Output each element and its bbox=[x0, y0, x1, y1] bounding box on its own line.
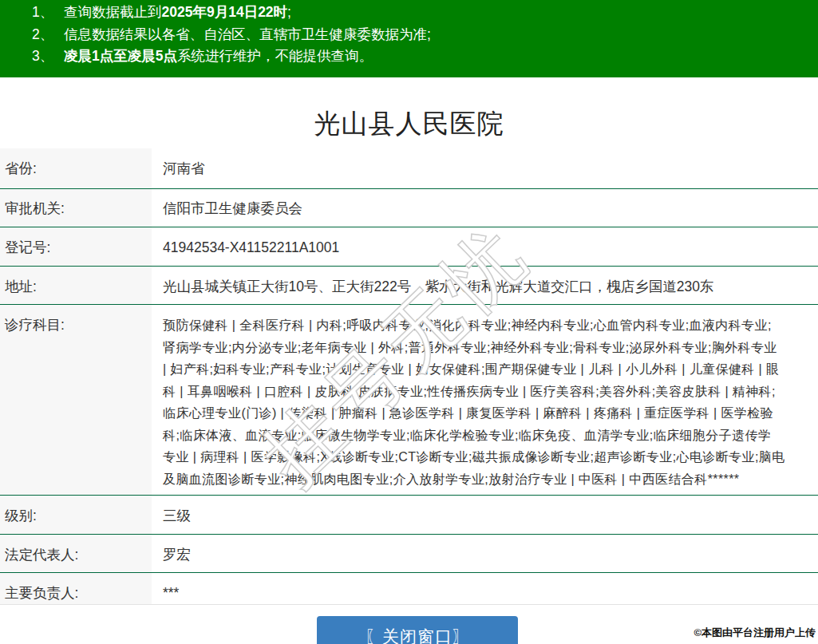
notice-line-2: 2、信息数据结果以各省、自治区、直辖市卫生健康委数据为准; bbox=[0, 24, 818, 46]
row-label-address: 地址: bbox=[0, 267, 152, 304]
notice-line-3: 3、凌晨1点至凌晨5点系统进行维护，不能提供查询。 bbox=[0, 45, 818, 68]
notice-banner: 1、查询数据截止到2025年9月14日22时; 2、信息数据结果以各省、自治区、… bbox=[0, 0, 818, 77]
table-row-approval-authority: 审批机关: 信阳市卫生健康委员会 bbox=[0, 189, 818, 227]
row-label-province: 省份: bbox=[0, 148, 152, 188]
notice-line-2-number: 2、 bbox=[32, 24, 53, 46]
table-row-legal-representative: 法定代表人: 罗宏 bbox=[0, 535, 818, 573]
table-row-person-in-charge: 主要负责人: *** bbox=[0, 573, 818, 605]
row-value-province: 河南省 bbox=[152, 148, 818, 188]
row-label-person-in-charge: 主要负责人: bbox=[0, 573, 152, 604]
row-label-registration-number: 登记号: bbox=[0, 227, 152, 266]
table-row-registration-number: 登记号: 41942534-X41152211A1001 bbox=[0, 227, 818, 267]
row-value-approval-authority: 信阳市卫生健康委员会 bbox=[152, 189, 818, 227]
notice-line-1: 1、查询数据截止到2025年9月14日22时; bbox=[0, 2, 818, 24]
notice-line-3-number: 3、 bbox=[32, 45, 53, 68]
row-label-departments: 诊疗科目: bbox=[0, 305, 152, 495]
close-window-button[interactable]: 〖关闭窗口〗 bbox=[317, 616, 518, 644]
table-row-level: 级别: 三级 bbox=[0, 496, 818, 535]
row-value-level: 三级 bbox=[152, 496, 818, 534]
hospital-info-table: 省份: 河南省 审批机关: 信阳市卫生健康委员会 登记号: 41942534-X… bbox=[0, 148, 818, 605]
notice-line-1-number: 1、 bbox=[32, 2, 53, 24]
row-value-person-in-charge: *** bbox=[152, 573, 818, 604]
table-row-address: 地址: 光山县城关镇正大街10号、正大街222号，紫水大街和光辉大道交汇口，槐店… bbox=[0, 267, 818, 305]
row-value-departments: 预防保健科 | 全科医疗科 | 内科;呼吸内科专业;消化内科专业;神经内科专业;… bbox=[152, 305, 818, 495]
row-label-legal-representative: 法定代表人: bbox=[0, 535, 152, 572]
copyright-note: ©本图由平台注册用户上传 bbox=[694, 626, 816, 640]
row-label-approval-authority: 审批机关: bbox=[0, 189, 152, 227]
table-row-province: 省份: 河南省 bbox=[0, 148, 818, 189]
row-value-address: 光山县城关镇正大街10号、正大街222号，紫水大街和光辉大道交汇口，槐店乡国道2… bbox=[152, 267, 818, 304]
table-row-departments: 诊疗科目: 预防保健科 | 全科医疗科 | 内科;呼吸内科专业;消化内科专业;神… bbox=[0, 305, 818, 496]
row-value-legal-representative: 罗宏 bbox=[152, 535, 818, 572]
hospital-name-title: 光山县人民医院 bbox=[0, 109, 818, 138]
row-label-level: 级别: bbox=[0, 496, 152, 534]
row-value-registration-number: 41942534-X41152211A1001 bbox=[152, 227, 818, 266]
